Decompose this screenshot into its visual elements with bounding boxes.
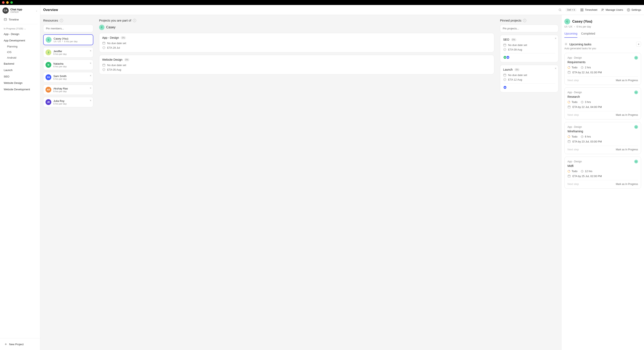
info-icon[interactable]: i (133, 19, 136, 22)
resource-meta: 6 hrs per day (53, 102, 66, 105)
sidebar-project[interactable]: App Development (0, 37, 40, 44)
status-todo-icon (568, 135, 570, 138)
task-project: App - Design (568, 56, 582, 59)
detail-role: UI / UX (564, 25, 572, 28)
sidebar-section-label: In Progress (7/100) (4, 27, 23, 30)
mark-in-progress-button[interactable]: Mark as In Progress (616, 79, 638, 82)
task-next-step[interactable]: Next step (568, 148, 579, 151)
svg-point-11 (603, 9, 604, 10)
task-next-step[interactable]: Next step (568, 113, 579, 116)
task-card[interactable]: App - Design C Wireframing Todo 6 hrs ET… (564, 122, 641, 154)
manage-users-button[interactable]: Manage Users (601, 8, 623, 12)
info-icon[interactable]: i (60, 19, 63, 22)
page-title: Overview (43, 8, 58, 12)
svg-point-12 (628, 10, 629, 10)
timeline-icon (4, 18, 7, 21)
clock-icon (581, 66, 584, 69)
task-assignee-avatar: C (634, 90, 638, 94)
remove-icon[interactable]: × (90, 74, 92, 77)
task-next-step[interactable]: Next step (568, 79, 579, 82)
minimize-window-icon[interactable] (6, 1, 9, 4)
status-todo-icon (568, 66, 570, 69)
task-card[interactable]: App - Design C Requirements Todo 2 hrs E… (564, 53, 641, 85)
task-next-step[interactable]: Next step (568, 183, 579, 186)
resource-name: Akshay Rao (53, 87, 68, 90)
svg-rect-28 (504, 74, 506, 76)
sidebar-subproject[interactable]: iOS (0, 49, 40, 55)
pinned-project-card[interactable]: × SEO 0% No due date set ETA 09 Aug NSS (500, 35, 558, 62)
mark-in-progress-button[interactable]: Mark as In Progress (616, 148, 638, 151)
sidebar-project[interactable]: Website Design (0, 80, 40, 86)
resource-avatar: JR (46, 99, 51, 105)
resource-card[interactable]: C Casey (You) UI / UX 6 hrs per day (43, 34, 93, 45)
projects-title: Projects you are part of (99, 19, 131, 22)
workspace-name: Chat App (10, 8, 34, 11)
sidebar-project[interactable]: SEO (0, 73, 40, 80)
check-circle-icon (102, 68, 106, 71)
resource-avatar: C (46, 37, 52, 43)
remove-icon[interactable]: × (90, 99, 92, 102)
sidebar-project[interactable]: Backend (0, 61, 40, 67)
task-assignee-avatar: C (634, 125, 638, 129)
sidebar-project[interactable]: Launch (0, 67, 40, 73)
plus-icon (4, 342, 8, 346)
resource-card[interactable]: JR Julia Roy 6 hrs per day × (43, 97, 93, 107)
resource-card[interactable]: AR Akshay Rao 6 hrs per day × (43, 85, 93, 95)
mark-in-progress-button[interactable]: Mark as In Progress (616, 183, 638, 186)
resource-card[interactable]: J Jeniffer 6 hrs per day × (43, 47, 93, 58)
resource-avatar: N (46, 62, 51, 68)
task-hours: 6 hrs (585, 135, 591, 138)
member-filter-chip[interactable]: C Casey (99, 25, 494, 30)
project-card[interactable]: App - Design 0% No due date set ETA 29 J… (99, 33, 494, 52)
sidebar-project[interactable]: App - Design (0, 31, 40, 37)
settings-button[interactable]: Settings (627, 8, 641, 12)
remove-icon[interactable]: × (90, 86, 92, 90)
remove-icon[interactable]: × (90, 62, 92, 65)
pin-members-button[interactable]: Pin members... (43, 25, 93, 32)
tab-completed[interactable]: Completed (581, 32, 595, 38)
member-chip-name: Casey (106, 26, 116, 29)
pinned-eta: ETA 12 Aug (508, 78, 522, 81)
project-card[interactable]: Website Design 0% No due date set ETA 05… (99, 55, 494, 74)
task-eta: ETA by 23 Jul, 03:00 PM (572, 140, 602, 143)
projects-column: Projects you are part of i C Casey App -… (96, 15, 497, 350)
resource-card[interactable]: N Natasha 6 hrs per day × (43, 60, 93, 70)
sidebar-subproject[interactable]: Planning (0, 44, 40, 49)
check-circle-icon (503, 78, 506, 81)
sidebar-project[interactable]: Website Development (0, 86, 40, 93)
remove-icon[interactable]: × (90, 49, 92, 52)
unpin-icon[interactable]: × (555, 67, 556, 70)
upcoming-tasks-title: Upcoming tasks (569, 43, 592, 46)
timesheet-button[interactable]: Timesheet (580, 8, 597, 12)
pin-projects-button[interactable]: Pin projects... (500, 25, 558, 32)
svg-line-5 (561, 11, 561, 11)
resource-card[interactable]: SS Sam Smith 6 hrs per day × (43, 72, 93, 82)
calendar-icon (102, 63, 106, 67)
sidebar-subproject[interactable]: Android (0, 55, 40, 61)
sidebar-item-timeline[interactable]: Timeline (2, 16, 38, 23)
workspace-role: OWNER (10, 11, 34, 13)
mark-in-progress-button[interactable]: Mark as In Progress (616, 113, 638, 116)
task-status: Todo (572, 169, 578, 173)
svg-rect-23 (504, 44, 506, 46)
pinned-due: No due date set (508, 74, 527, 77)
progress-badge: 0% (120, 36, 126, 39)
close-window-icon[interactable] (2, 1, 4, 4)
sidebar-section-header[interactable]: In Progress (7/100) ⌄ (0, 26, 40, 31)
resource-avatar: J (46, 50, 51, 55)
task-eta: ETA by 22 Jul, 01:00 PM (572, 71, 602, 74)
new-project-button[interactable]: New Project (2, 341, 38, 347)
info-icon[interactable]: i (523, 19, 526, 22)
task-card[interactable]: App - Design C Research Todo 3 hrs ETA b… (564, 87, 641, 119)
tab-upcoming[interactable]: Upcoming (564, 32, 578, 38)
maximize-window-icon[interactable] (10, 1, 13, 4)
task-card[interactable]: App - Design C Midfi Todo 12 hrs ETA by … (564, 156, 641, 189)
detail-hours: 6 hrs per day (576, 25, 591, 28)
keyboard-shortcut: Cmd+k (566, 8, 576, 12)
search-icon[interactable] (558, 8, 562, 12)
unpin-icon[interactable]: × (555, 37, 556, 40)
pinned-project-card[interactable]: × Launch 0% No due date set ETA 12 Aug S… (500, 65, 558, 92)
workspace-switcher[interactable]: CA Chat App OWNER ⌄ (0, 5, 40, 16)
add-task-button[interactable]: + (636, 42, 641, 47)
timesheet-label: Timesheet (585, 8, 597, 11)
